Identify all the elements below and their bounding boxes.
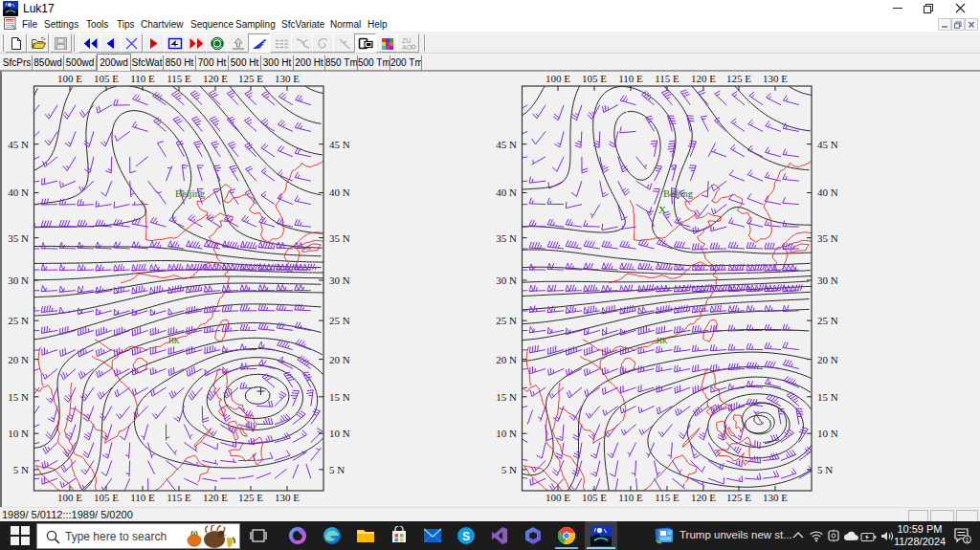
svg-text:120 E: 120 E xyxy=(203,492,228,503)
svg-text:105 E: 105 E xyxy=(94,492,119,503)
svg-text:10 N: 10 N xyxy=(496,428,517,439)
svg-text:110 E: 110 E xyxy=(130,73,155,84)
svg-text:130 E: 130 E xyxy=(763,73,788,84)
svg-text:100 E: 100 E xyxy=(546,73,570,84)
svg-text:30 N: 30 N xyxy=(329,275,350,286)
svg-text:115 E: 115 E xyxy=(167,73,191,84)
svg-text:30 N: 30 N xyxy=(496,275,517,286)
svg-text:45 N: 45 N xyxy=(8,139,29,150)
svg-text:110 E: 110 E xyxy=(130,492,155,503)
svg-text:20 N: 20 N xyxy=(329,354,350,365)
svg-text:5 N: 5 N xyxy=(13,464,29,475)
svg-text:10 N: 10 N xyxy=(817,428,838,439)
svg-text:20 N: 20 N xyxy=(8,354,29,365)
svg-text:5 N: 5 N xyxy=(817,464,833,475)
svg-text:25 N: 25 N xyxy=(817,315,838,326)
svg-text:Beijing: Beijing xyxy=(663,188,694,199)
svg-text:125 E: 125 E xyxy=(726,492,751,503)
svg-text:110 E: 110 E xyxy=(618,492,643,503)
svg-text:100 E: 100 E xyxy=(57,492,82,503)
svg-text:5 N: 5 N xyxy=(501,464,517,475)
svg-text:S: S xyxy=(462,530,470,543)
svg-text:125 E: 125 E xyxy=(726,73,751,84)
svg-text:35 N: 35 N xyxy=(329,232,350,244)
svg-text:105 E: 105 E xyxy=(582,73,607,84)
svg-text:105 E: 105 E xyxy=(582,492,607,503)
svg-text:115 E: 115 E xyxy=(167,492,191,503)
svg-text:25 N: 25 N xyxy=(8,315,29,326)
svg-text:25 N: 25 N xyxy=(329,315,350,326)
svg-text:45 N: 45 N xyxy=(496,139,517,150)
svg-text:HK: HK xyxy=(657,337,668,345)
svg-text:X: X xyxy=(658,204,666,215)
svg-text:45 N: 45 N xyxy=(329,139,350,150)
svg-text:20 N: 20 N xyxy=(817,354,838,365)
svg-text:45 N: 45 N xyxy=(817,139,838,150)
svg-text:10 N: 10 N xyxy=(8,428,29,439)
svg-text:30 N: 30 N xyxy=(8,275,29,286)
svg-text:20 N: 20 N xyxy=(496,354,517,365)
svg-text:100 E: 100 E xyxy=(546,492,570,503)
svg-text:10 N: 10 N xyxy=(329,428,350,439)
svg-text:130 E: 130 E xyxy=(275,73,300,84)
svg-text:35 N: 35 N xyxy=(817,232,838,244)
svg-text:15 N: 15 N xyxy=(496,391,517,403)
svg-text:15 N: 15 N xyxy=(8,391,29,403)
svg-text:HK: HK xyxy=(168,337,180,345)
svg-text:40 N: 40 N xyxy=(329,187,350,198)
svg-text:40 N: 40 N xyxy=(496,187,517,198)
svg-text:ZU: ZU xyxy=(402,37,411,44)
svg-text:15 N: 15 N xyxy=(817,391,838,403)
svg-text:110 E: 110 E xyxy=(618,73,643,84)
svg-text:120 E: 120 E xyxy=(203,73,228,84)
svg-text:120 E: 120 E xyxy=(691,492,716,503)
svg-text:130 E: 130 E xyxy=(763,492,788,503)
svg-text:5 N: 5 N xyxy=(329,464,345,475)
svg-text:AO: AO xyxy=(402,44,412,51)
svg-text:125 E: 125 E xyxy=(238,492,263,503)
svg-text:100 E: 100 E xyxy=(57,73,82,84)
svg-text:40 N: 40 N xyxy=(8,187,29,198)
svg-text:15 N: 15 N xyxy=(329,391,350,403)
svg-text:120 E: 120 E xyxy=(691,73,716,84)
svg-text:1: 1 xyxy=(966,537,969,543)
svg-text:125 E: 125 E xyxy=(238,73,263,84)
svg-text:Beijing: Beijing xyxy=(175,188,206,199)
svg-text:35 N: 35 N xyxy=(8,232,29,244)
svg-text:130 E: 130 E xyxy=(275,492,300,503)
svg-text:105 E: 105 E xyxy=(94,73,119,84)
svg-text:40 N: 40 N xyxy=(817,187,838,198)
svg-text:25 N: 25 N xyxy=(496,315,517,326)
svg-text:35 N: 35 N xyxy=(496,232,517,244)
svg-text:115 E: 115 E xyxy=(655,492,679,503)
svg-text:115 E: 115 E xyxy=(655,73,679,84)
svg-text:30 N: 30 N xyxy=(817,275,838,286)
